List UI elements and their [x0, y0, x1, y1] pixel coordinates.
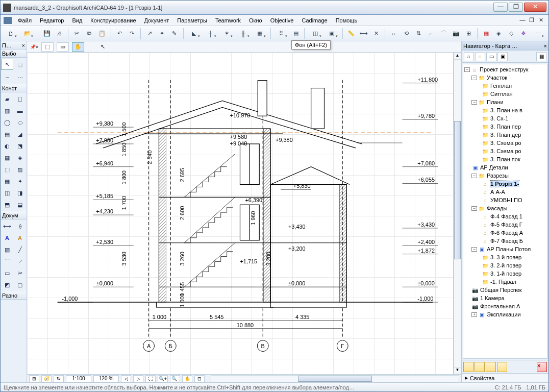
scroll-down-icon[interactable]: ▼	[454, 367, 461, 374]
zoom-next-icon[interactable]: ▷	[133, 375, 143, 382]
measure-tool[interactable]: 📏	[346, 28, 357, 39]
highlighter-tool[interactable]: ✎	[169, 28, 180, 39]
corner-tool[interactable]: ⌐	[426, 28, 436, 39]
camera-tool[interactable]: 📷	[451, 28, 461, 39]
nav-settings-button[interactable]	[497, 362, 507, 372]
wall-tool[interactable]: ▰	[1, 93, 13, 105]
mode-marquee[interactable]: ▭	[57, 42, 69, 52]
menu-document[interactable]: Документ	[140, 16, 173, 25]
nav-delete-button[interactable]: ×	[537, 362, 547, 372]
window-tool[interactable]: ▥	[1, 105, 13, 116]
nav-new-folder-button[interactable]	[486, 362, 496, 372]
zoom-rotate-icon[interactable]: ↻	[54, 375, 64, 382]
properties-bar[interactable]: ▶ Свойства	[462, 373, 548, 382]
nav-publisher-icon[interactable]: ▣	[497, 52, 508, 61]
beam-tool[interactable]: ◯	[1, 117, 13, 128]
skylight-tool[interactable]: ⬔	[14, 140, 26, 152]
text-tool[interactable]: A	[1, 232, 13, 243]
drawing-canvas[interactable]: А Б В Г 1 000 5 545 4 335 10 880	[27, 53, 453, 374]
nav-save-view-button[interactable]	[463, 362, 473, 372]
mesh-tool[interactable]: ▦	[1, 176, 13, 187]
zoom-prev-icon[interactable]: ◁	[121, 375, 131, 382]
magic-wand-tool[interactable]: ✦	[157, 28, 167, 39]
section-tool-2[interactable]: ✂	[14, 267, 26, 279]
mdi-minimize[interactable]: —	[518, 17, 527, 23]
line-tool[interactable]: ╱	[14, 244, 26, 255]
snap-mid-tool[interactable]: ✶	[219, 28, 234, 39]
menu-teamwork[interactable]: Teamwork	[211, 16, 245, 25]
copy-button[interactable]: ⧉	[84, 28, 95, 39]
quick-options-icon[interactable]: ⊞	[29, 375, 39, 382]
menu-view[interactable]: Вид	[68, 16, 86, 25]
pin-icon[interactable]: 📌×	[30, 44, 38, 50]
cross-button[interactable]: ✕	[371, 28, 382, 39]
menu-file[interactable]: Файл	[14, 16, 36, 25]
panel-close-icon[interactable]: ×	[22, 42, 25, 48]
pick-tool[interactable]: ↗	[144, 28, 155, 39]
dimension-tool-2[interactable]: ⟷	[1, 220, 13, 232]
snap-grid-tool[interactable]: ▦	[253, 28, 267, 39]
menu-editor[interactable]: Редактор	[36, 16, 68, 25]
section-tool[interactable]: ⬓	[14, 199, 26, 210]
redo-button[interactable]: ↷	[127, 28, 137, 39]
worksheet-tool[interactable]: ▢	[14, 279, 26, 290]
zoom-area-icon[interactable]: ⊡	[194, 375, 205, 382]
mdi-close[interactable]: ✕	[536, 17, 545, 23]
mode-single[interactable]: ⬚	[41, 42, 54, 52]
stair-tool[interactable]: ▤	[1, 129, 13, 140]
elevation-tool[interactable]: ◩	[1, 279, 13, 290]
rotate-tool[interactable]: ⟲	[401, 28, 411, 39]
shell-tool[interactable]: ◐	[1, 140, 13, 152]
object-tool[interactable]: ⬚	[1, 164, 13, 175]
move-tool[interactable]: ↔	[388, 28, 399, 39]
new-button[interactable]: 🗋	[4, 28, 18, 39]
arc-line-tool[interactable]: ⌒	[1, 256, 13, 267]
label-tool[interactable]: A	[14, 232, 26, 243]
column-tool[interactable]: ▬	[14, 105, 26, 116]
ruler-toggle[interactable]: ▤	[290, 28, 301, 39]
mirror-tool[interactable]: ⇅	[413, 28, 424, 39]
energy-button[interactable]: ❖	[518, 28, 529, 39]
menu-parameters[interactable]: Параметры	[173, 16, 211, 25]
zone-tool[interactable]: ▨	[14, 164, 26, 175]
orientation-icon[interactable]: 🧭	[41, 375, 52, 382]
dimension-tool[interactable]: ⟷	[358, 28, 369, 39]
more-button[interactable]: ⋯	[531, 28, 545, 39]
nav-options-icon[interactable]: ▦	[536, 52, 546, 61]
nav-layout-icon[interactable]: ▭	[486, 52, 496, 61]
open-button[interactable]: 📂	[20, 28, 35, 39]
menu-help[interactable]: Помощь	[332, 16, 362, 25]
mdi-restore[interactable]: ❐	[527, 17, 536, 23]
cut-button[interactable]: ✂	[71, 28, 82, 39]
zoom-input[interactable]	[93, 375, 119, 382]
save-button[interactable]: 💾	[41, 28, 52, 39]
level-tool[interactable]: ⟠	[14, 220, 26, 232]
polyline-tool[interactable]: ⟋	[14, 256, 26, 267]
paste-button[interactable]: 📋	[96, 28, 107, 39]
nav-project-icon[interactable]: ⌂	[464, 52, 474, 61]
undo-button[interactable]: ↶	[114, 28, 125, 39]
scroll-up-icon[interactable]: ▲	[454, 53, 461, 60]
grid-toggle[interactable]: ⠿	[274, 28, 289, 39]
menu-construction[interactable]: Конструирование	[86, 16, 140, 25]
fill-tool[interactable]: ▨	[1, 244, 13, 255]
pan-icon[interactable]: ✋	[182, 375, 192, 382]
navigator-tree[interactable]: −⌂Проект реконструк −📁Участок 📁Генплан 📁…	[463, 64, 547, 359]
close-button[interactable]: ✕	[524, 3, 546, 12]
zoom-out-icon[interactable]: 🔍-	[170, 375, 180, 382]
layers-button[interactable]: ◈	[493, 28, 504, 39]
fit-icon[interactable]: ⛶	[145, 375, 156, 382]
slab-tool[interactable]: ⬭	[14, 117, 26, 128]
nav-view-icon[interactable]: ⌂	[475, 52, 485, 61]
snap-ortho-tool[interactable]: ┼	[203, 28, 218, 39]
lamp-tool[interactable]: ✦	[14, 176, 26, 187]
corner-window-tool[interactable]: ⬒	[1, 199, 13, 210]
opening-tool[interactable]: ◫	[1, 187, 13, 199]
menu-cadimage[interactable]: Cadimage	[297, 16, 331, 25]
morph-tool[interactable]: ◈	[14, 152, 26, 163]
renovation-button[interactable]: ◇	[506, 28, 516, 39]
explode-tool[interactable]: ⊞	[463, 28, 474, 39]
drawing-tool[interactable]: ▭	[1, 267, 13, 279]
view-3d-button[interactable]: ◫	[308, 28, 322, 39]
door-tool[interactable]: ⎕	[14, 93, 26, 105]
